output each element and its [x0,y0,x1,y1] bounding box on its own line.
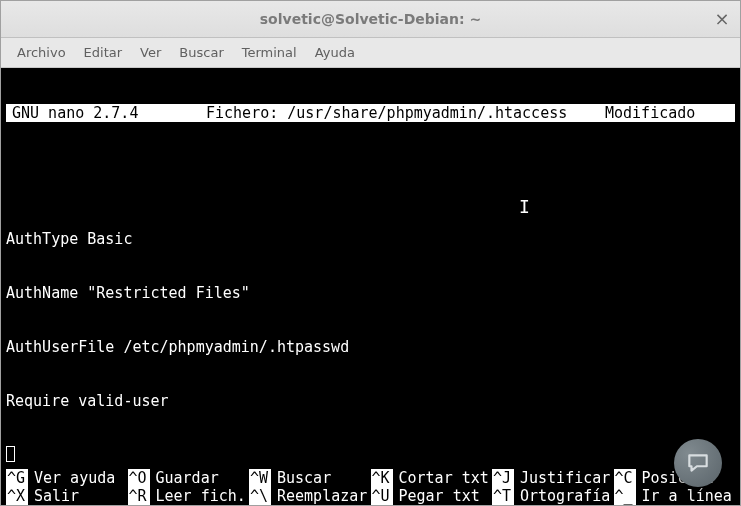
menubar: Archivo Editar Ver Buscar Terminal Ayuda [1,38,740,68]
nano-status: Modificado [605,104,735,122]
nano-file-label: Fichero: /usr/share/phpmyadmin/.htaccess [206,104,605,122]
nano-app-name: GNU nano 2.7.4 [6,104,206,122]
shortcut-spell: ^TOrtografía [492,487,614,505]
editor-content[interactable]: AuthType Basic AuthName "Restricted File… [6,176,735,500]
shortcut-paste: ^UPegar txt [371,487,493,505]
nano-shortcuts: ^GVer ayuda ^OGuardar ^WBuscar ^KCortar … [6,469,735,505]
shortcut-cut: ^KCortar txt [371,469,493,487]
chat-icon [685,450,711,476]
editor-line: Require valid-user [6,392,735,410]
menu-editar[interactable]: Editar [76,41,131,64]
shortcut-help: ^GVer ayuda [6,469,128,487]
shortcut-save: ^OGuardar [128,469,250,487]
menu-ver[interactable]: Ver [132,41,169,64]
menu-archivo[interactable]: Archivo [9,41,74,64]
shortcut-justify: ^JJustificar [492,469,614,487]
shortcut-search: ^WBuscar [249,469,371,487]
editor-line: AuthName "Restricted Files" [6,284,735,302]
menu-ayuda[interactable]: Ayuda [307,41,363,64]
shortcut-exit: ^XSalir [6,487,128,505]
menu-terminal[interactable]: Terminal [234,41,305,64]
shortcut-replace: ^\Reemplazar [249,487,371,505]
editor-cursor-line [6,446,735,464]
shortcut-readfile: ^RLeer fich. [128,487,250,505]
window-title: solvetic@Solvetic-Debian: ~ [260,11,481,27]
close-icon[interactable]: × [712,9,732,29]
window-titlebar: solvetic@Solvetic-Debian: ~ × [1,1,740,38]
editor-line: AuthUserFile /etc/phpmyadmin/.htpasswd [6,338,735,356]
nano-header: GNU nano 2.7.4 Fichero: /usr/share/phpmy… [6,104,735,122]
chat-button[interactable] [674,439,722,487]
shortcut-gotoline: ^_Ir a línea [614,487,736,505]
editor-line: AuthType Basic [6,230,735,248]
terminal-area[interactable]: GNU nano 2.7.4 Fichero: /usr/share/phpmy… [1,68,740,505]
menu-buscar[interactable]: Buscar [171,41,231,64]
cursor-block-icon [6,446,15,462]
